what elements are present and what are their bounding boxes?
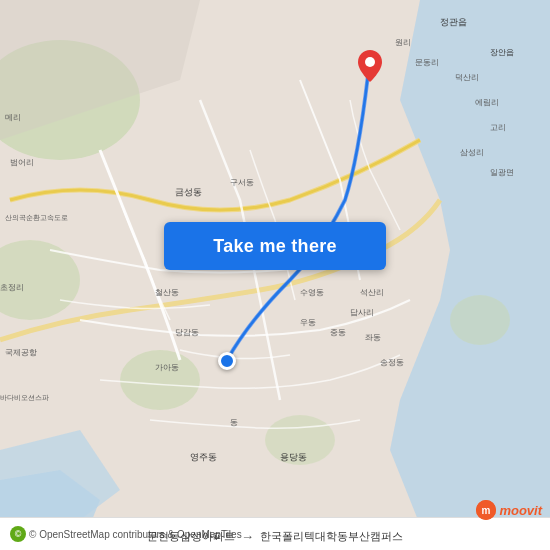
svg-text:좌동: 좌동: [365, 333, 381, 342]
svg-text:영주동: 영주동: [190, 452, 217, 462]
route-origin: 문현동삼성아파트: [147, 529, 235, 544]
svg-point-42: [365, 57, 375, 67]
svg-point-8: [450, 295, 510, 345]
map-container: 정관읍 장안읍 덕산리 에림리 고리 삼성리 일광면 원리 문동리 메리 범어리…: [0, 0, 550, 550]
moovit-text: moovit: [499, 503, 542, 518]
svg-text:원리: 원리: [395, 38, 411, 47]
destination-marker: [358, 50, 382, 82]
svg-text:송정동: 송정동: [380, 358, 404, 367]
svg-text:정관읍: 정관읍: [440, 17, 467, 27]
svg-text:문동리: 문동리: [415, 58, 439, 67]
svg-text:m: m: [482, 505, 491, 516]
svg-text:장안읍: 장안읍: [490, 48, 514, 57]
svg-text:고리: 고리: [490, 123, 506, 132]
svg-text:일광면: 일광면: [490, 168, 514, 177]
route-arrow: →: [241, 529, 254, 544]
take-me-there-button[interactable]: Take me there: [164, 222, 386, 270]
svg-text:구서동: 구서동: [230, 178, 254, 187]
moovit-logo: m moovit: [476, 500, 542, 520]
map-background: 정관읍 장안읍 덕산리 에림리 고리 삼성리 일광면 원리 문동리 메리 범어리…: [0, 0, 550, 550]
svg-text:삼성리: 삼성리: [460, 148, 484, 157]
svg-text:덕산리: 덕산리: [455, 73, 479, 82]
svg-text:초정리: 초정리: [0, 283, 24, 292]
svg-text:답사리: 답사리: [350, 308, 374, 317]
svg-text:국제공항: 국제공항: [5, 348, 37, 357]
svg-point-6: [120, 350, 200, 410]
svg-text:범어리: 범어리: [10, 158, 34, 167]
svg-text:동: 동: [230, 418, 238, 427]
svg-text:석산리: 석산리: [360, 288, 384, 297]
svg-text:메리: 메리: [5, 113, 21, 122]
svg-text:우동: 우동: [300, 318, 316, 327]
svg-text:용당동: 용당동: [280, 452, 307, 462]
svg-text:당감동: 당감동: [175, 328, 199, 337]
svg-text:바다비오션스파: 바다비오션스파: [0, 394, 49, 401]
moovit-icon: m: [476, 500, 496, 520]
svg-text:가아동: 가아동: [155, 363, 179, 372]
route-destination: 한국폴리텍대학동부산캠퍼스: [260, 529, 403, 544]
svg-text:산의곡순환고속도로: 산의곡순환고속도로: [5, 214, 68, 222]
svg-text:금성동: 금성동: [175, 187, 202, 197]
svg-text:수영동: 수영동: [300, 288, 324, 297]
start-marker: [218, 352, 236, 370]
svg-text:에림리: 에림리: [475, 98, 499, 107]
svg-text:중동: 중동: [330, 328, 346, 337]
osm-logo-icon: ©: [10, 526, 26, 542]
svg-text:철산동: 철산동: [155, 288, 179, 297]
